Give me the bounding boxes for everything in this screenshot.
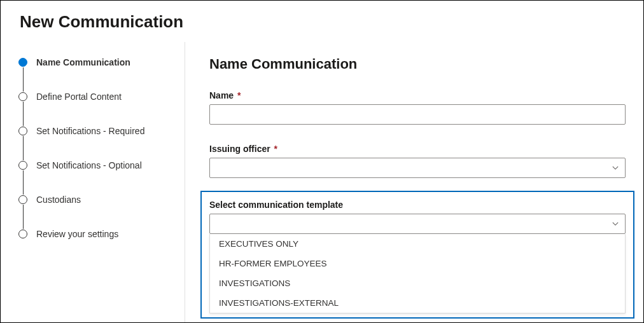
required-asterisk: *	[274, 144, 277, 154]
step-label: Review your settings	[36, 229, 118, 239]
chevron-down-icon	[612, 221, 619, 227]
step-name-communication[interactable]: Name Communication	[18, 57, 185, 67]
step-connector	[23, 67, 24, 92]
step-label: Name Communication	[36, 57, 130, 67]
step-connector	[23, 170, 24, 195]
issuing-officer-label: Issuing officer *	[209, 144, 626, 154]
step-custodians[interactable]: Custodians	[18, 195, 185, 205]
page-title: New Communication	[1, 1, 643, 42]
chevron-down-icon	[612, 165, 619, 171]
main-panel: Name Communication Name * Issuing office…	[185, 42, 643, 323]
template-highlight-box: Select communication template EXECUTIVES…	[200, 191, 634, 319]
name-label-text: Name	[209, 90, 234, 100]
step-define-portal-content[interactable]: Define Portal Content	[18, 92, 185, 102]
required-asterisk: *	[237, 90, 241, 100]
step-indicator-icon	[18, 161, 27, 170]
step-set-notifications-optional[interactable]: Set Notifications - Optional	[18, 160, 185, 170]
template-dropdown: EXECUTIVES ONLY HR-FORMER EMPLOYEES INVE…	[209, 214, 626, 313]
issuing-officer-select[interactable]	[209, 158, 626, 178]
step-connector	[23, 102, 24, 126]
step-label: Custodians	[36, 195, 81, 205]
content-wrap: Name Communication Define Portal Content…	[1, 42, 643, 323]
issuing-officer-field-block: Issuing officer *	[209, 144, 626, 178]
template-option-hr-former-employees[interactable]: HR-FORMER EMPLOYEES	[210, 254, 625, 273]
step-connector	[23, 205, 24, 229]
template-option-investigations[interactable]: INVESTIGATIONS	[210, 273, 625, 293]
name-field-block: Name *	[209, 90, 626, 125]
step-indicator-icon	[18, 92, 27, 101]
step-label: Set Notifications - Optional	[36, 160, 142, 170]
main-heading: Name Communication	[209, 56, 626, 72]
step-indicator-icon	[18, 58, 27, 67]
template-label: Select communication template	[209, 200, 626, 210]
template-option-executives-only[interactable]: EXECUTIVES ONLY	[210, 234, 625, 254]
name-input[interactable]	[209, 104, 626, 125]
issuing-officer-label-text: Issuing officer	[209, 144, 270, 154]
step-review-settings[interactable]: Review your settings	[18, 229, 185, 239]
step-indicator-icon	[18, 230, 27, 238]
template-option-investigations-external[interactable]: INVESTIGATIONS-EXTERNAL	[210, 293, 625, 313]
template-select[interactable]	[209, 214, 626, 234]
template-options-panel: EXECUTIVES ONLY HR-FORMER EMPLOYEES INVE…	[209, 234, 626, 313]
step-set-notifications-required[interactable]: Set Notifications - Required	[18, 126, 185, 136]
step-label: Set Notifications - Required	[36, 126, 144, 136]
step-connector	[23, 136, 24, 160]
step-indicator-icon	[18, 195, 27, 204]
step-label: Define Portal Content	[36, 92, 122, 102]
steps-sidebar: Name Communication Define Portal Content…	[1, 42, 185, 323]
name-label: Name *	[209, 90, 626, 100]
step-indicator-icon	[18, 127, 27, 135]
